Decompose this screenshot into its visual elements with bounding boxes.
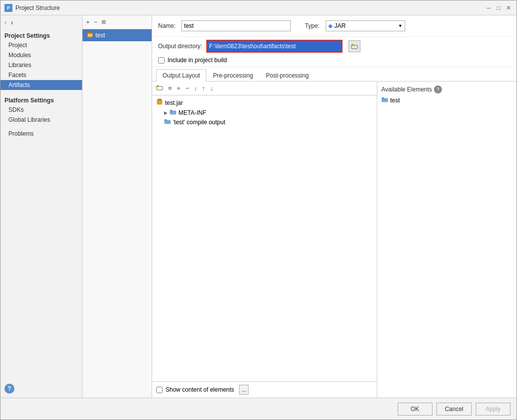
ok-button[interactable]: OK xyxy=(398,403,432,416)
metainf-label: META-INF xyxy=(178,109,206,116)
show-content-row: Show content of elements ... xyxy=(152,381,377,398)
name-type-row: Name: Type: ◆ JAR ▼ xyxy=(152,15,517,37)
tab-post-processing[interactable]: Post-processing xyxy=(259,69,315,82)
available-elements-header: Available Elements ? xyxy=(377,82,517,95)
tree-children: ▶ META-INF xyxy=(154,108,375,127)
tree-remove-button[interactable]: − xyxy=(183,84,191,92)
metainf-folder-icon xyxy=(170,109,176,116)
type-label: Type: xyxy=(305,22,319,29)
tab-pre-processing[interactable]: Pre-processing xyxy=(206,69,259,82)
sidebar-item-problems[interactable]: Problems xyxy=(0,129,82,139)
available-panel: Available Elements ? test xyxy=(377,82,517,398)
svg-rect-8 xyxy=(158,99,162,100)
output-dir-input-wrapper xyxy=(206,40,343,53)
available-item-test[interactable]: test xyxy=(377,95,517,105)
add-artifact-button[interactable]: + xyxy=(85,18,91,26)
sidebar: ‹ › Project Settings Project Modules Lib… xyxy=(0,15,83,398)
sidebar-item-global-libraries[interactable]: Global Libraries xyxy=(0,115,82,125)
sidebar-item-sdks[interactable]: SDKs xyxy=(0,105,82,115)
tree-toolbar: ≡ + − ↕ ↑ ↓ xyxy=(152,82,377,95)
tree-item-metainf[interactable]: ▶ META-INF xyxy=(162,108,375,117)
name-input[interactable] xyxy=(181,20,291,31)
close-button[interactable]: ✕ xyxy=(505,4,513,12)
minimize-button[interactable]: ─ xyxy=(485,4,493,12)
compile-output-icon xyxy=(164,118,171,126)
apply-button[interactable]: Apply xyxy=(476,403,511,416)
sidebar-item-libraries[interactable]: Libraries xyxy=(0,60,82,70)
svg-rect-11 xyxy=(382,98,388,102)
title-controls: ─ □ ✕ xyxy=(485,4,513,12)
maximize-button[interactable]: □ xyxy=(495,4,503,12)
type-select[interactable]: ◆ JAR ▼ xyxy=(326,20,405,31)
svg-text:P: P xyxy=(7,5,10,10)
title-bar-left: P Project Structure xyxy=(4,4,60,12)
artifact-toolbar: + − ⊞ xyxy=(83,15,152,29)
include-row: Include in project build xyxy=(152,56,517,67)
svg-rect-10 xyxy=(165,120,171,124)
artifact-list-panel: + − ⊞ JAR test xyxy=(83,15,152,398)
tab-output-layout[interactable]: Output Layout xyxy=(156,69,206,82)
available-item-label: test xyxy=(390,97,400,104)
sidebar-item-artifacts[interactable]: Artifacts xyxy=(0,80,82,90)
title-bar: P Project Structure ─ □ ✕ xyxy=(0,0,517,15)
name-label: Name: xyxy=(158,22,175,29)
browse-button[interactable] xyxy=(348,40,360,52)
window-body: ‹ › Project Settings Project Modules Lib… xyxy=(0,15,517,398)
output-dir-input[interactable] xyxy=(207,41,342,52)
right-panel: Name: Type: ◆ JAR ▼ Output directory: xyxy=(152,15,517,398)
tree-item-compile-output[interactable]: 'test' compile output xyxy=(162,117,375,127)
svg-rect-3 xyxy=(88,32,92,33)
copy-artifact-button[interactable]: ⊞ xyxy=(100,18,107,26)
compile-output-label: 'test' compile output xyxy=(173,119,225,126)
tree-folder-button[interactable] xyxy=(154,84,165,92)
svg-rect-7 xyxy=(157,100,162,104)
output-dir-row: Output directory: xyxy=(152,37,517,56)
metainf-arrow: ▶ xyxy=(164,110,168,115)
type-dropdown-arrow: ▼ xyxy=(398,23,403,28)
jar-tree-icon xyxy=(156,98,163,107)
bottom-bar: OK Cancel Apply xyxy=(0,398,517,420)
include-checkbox[interactable] xyxy=(158,57,165,64)
include-label: Include in project build xyxy=(168,57,227,64)
output-dir-label: Output directory: xyxy=(158,43,202,50)
svg-rect-6 xyxy=(157,86,163,90)
content-area: ≡ + − ↕ ↑ ↓ xyxy=(152,82,517,398)
jar-icon: JAR xyxy=(86,31,93,39)
tree-item-testjar[interactable]: test.jar xyxy=(154,97,375,108)
available-help-button[interactable]: ? xyxy=(434,85,442,93)
tree-panel: ≡ + − ↕ ↑ ↓ xyxy=(152,82,377,398)
testjar-label: test.jar xyxy=(165,99,183,106)
main-content: + − ⊞ JAR test xyxy=(83,15,517,398)
show-content-checkbox[interactable] xyxy=(156,387,163,393)
tree-list-button[interactable]: ≡ xyxy=(166,84,174,92)
back-button[interactable]: ‹ xyxy=(3,18,8,26)
tabs-row: Output Layout Pre-processing Post-proces… xyxy=(152,69,517,82)
remove-artifact-button[interactable]: − xyxy=(92,18,99,26)
tree-sort-button[interactable]: ↕ xyxy=(192,85,199,92)
svg-rect-5 xyxy=(351,45,357,49)
tree-up-button[interactable]: ↑ xyxy=(200,84,207,92)
sidebar-item-modules[interactable]: Modules xyxy=(0,50,82,60)
app-icon: P xyxy=(4,4,12,12)
artifact-name: test xyxy=(95,32,105,39)
tree-down-button[interactable]: ↓ xyxy=(208,84,216,92)
cancel-button[interactable]: Cancel xyxy=(436,403,472,416)
available-item-icon xyxy=(381,96,388,104)
show-content-ellipsis-button[interactable]: ... xyxy=(239,385,249,395)
sidebar-item-project[interactable]: Project xyxy=(0,40,82,50)
svg-text:JAR: JAR xyxy=(87,34,92,37)
sidebar-bottom: ? xyxy=(0,380,82,398)
sidebar-item-facets[interactable]: Facets xyxy=(0,70,82,80)
tree-add-button[interactable]: + xyxy=(175,84,183,92)
help-button[interactable]: ? xyxy=(4,384,14,394)
platform-settings-label: Platform Settings xyxy=(0,94,82,105)
project-settings-label: Project Settings xyxy=(0,29,82,40)
sidebar-nav-bar: ‹ › xyxy=(0,15,82,29)
forward-button[interactable]: › xyxy=(10,18,14,26)
artifact-list-item-test[interactable]: JAR test xyxy=(83,29,152,41)
type-value: JAR xyxy=(335,22,346,29)
type-icon: ◆ xyxy=(328,22,333,29)
available-elements-label: Available Elements xyxy=(381,86,432,93)
project-structure-window: P Project Structure ─ □ ✕ ‹ › Project Se… xyxy=(0,0,517,420)
window-title: Project Structure xyxy=(15,4,60,11)
